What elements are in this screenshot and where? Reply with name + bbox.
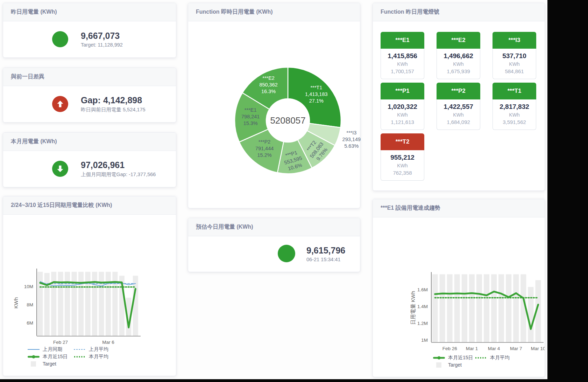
status-tile-p1: ***P11,020,322KWh1,121,613 <box>381 83 424 130</box>
y-tick: 1M <box>421 338 428 343</box>
target-bar <box>85 272 91 336</box>
x-tick: Mar 7 <box>510 346 522 351</box>
tile-unit: KWh <box>381 112 424 118</box>
tile-name: ***I3 <box>493 32 536 49</box>
tile-target-value: 1,675,939 <box>437 68 480 74</box>
x-tick: Mar 10 <box>531 346 545 351</box>
legend-item-[interactable]: 上月平均 <box>74 346 120 353</box>
card-day-gap: 與前一日差異 Gap: 4,142,898 昨日與前日用電量 5,524,175 <box>3 68 176 123</box>
tile-value: 1,496,662 <box>437 52 480 60</box>
donut-chart-canvas[interactable]: ***T11,413,18327.1%***I3293,1495.63%***T… <box>188 21 360 208</box>
tile-target-value: 1,700,157 <box>381 68 424 74</box>
compare-chart-canvas[interactable]: 6M8M10MFeb 27Mar 6KWh <box>3 215 176 348</box>
target-bar <box>447 274 453 342</box>
legend-label: 本月近15日 <box>43 354 68 360</box>
legend-item-target[interactable]: Target <box>28 361 74 367</box>
legend-swatch <box>74 354 86 360</box>
tile-target-value: 1,684,092 <box>437 119 480 125</box>
svg-text:***T1: ***T1 <box>310 85 322 90</box>
legend-label: 本月平均 <box>490 355 510 361</box>
x-tick: Mar 6 <box>102 340 114 345</box>
legend-label: 上月同期 <box>43 346 62 353</box>
donut-body: ***T11,413,18327.1%***I3293,1495.63%***T… <box>188 21 360 208</box>
legend-item-[interactable]: 本月平均 <box>475 355 517 361</box>
target-bar <box>454 274 460 342</box>
legend-swatch <box>475 355 487 361</box>
compare-chart-body: 6M8M10MFeb 27Mar 6KWh 上月同期上月平均本月近15日本月平均… <box>3 215 176 348</box>
target-bar <box>58 272 63 336</box>
tile-unit: KWh <box>437 112 480 118</box>
tile-unit: KWh <box>493 61 536 67</box>
kpi-value: 9,615,796 <box>306 245 345 256</box>
tile-value: 955,212 <box>381 154 424 161</box>
tile-name: ***P1 <box>381 83 424 99</box>
tile-unit: KWh <box>437 61 480 67</box>
card-yesterday-usage: 昨日用電量 (KWh) 9,667,073 Target: 11,128,992 <box>3 3 176 58</box>
target-bar <box>44 273 50 336</box>
x-tick: Mar 4 <box>488 346 500 351</box>
tile-name: ***P2 <box>437 83 480 99</box>
tile-name: ***E2 <box>437 32 480 49</box>
card-status-lights: Function 昨日用電燈號 ***E11,415,856KWh1,700,1… <box>373 3 545 191</box>
x-tick: Feb 26 <box>442 346 457 351</box>
legend-item-[interactable]: 本月平均 <box>74 354 120 360</box>
kpi-row: Gap: 4,142,898 昨日與前日用電量 5,524,175 <box>3 86 176 121</box>
svg-text:15.3%: 15.3% <box>243 120 258 126</box>
card-title: 與前一日差異 <box>3 68 176 86</box>
svg-text:15.2%: 15.2% <box>257 152 272 158</box>
donut-center-total: 5208057 <box>270 115 305 126</box>
trend-chart-legend: 本月近15日本月平均Target <box>433 355 517 369</box>
svg-text:5.63%: 5.63% <box>344 143 359 149</box>
svg-text:***I3: ***I3 <box>346 130 356 136</box>
svg-text:***E1: ***E1 <box>245 107 257 113</box>
status-tile-e1: ***E11,415,856KWh1,700,157 <box>381 32 424 79</box>
target-bar <box>432 274 438 342</box>
y-axis-label: KWh <box>13 297 19 309</box>
donut-label-i3: ***I3293,1495.63% <box>342 130 361 149</box>
legend-swatch <box>74 347 86 352</box>
trend-chart-canvas[interactable]: 1M1.2M1.4M1.6MFeb 26Mar 1Mar 4Mar 7Mar 1… <box>373 217 545 356</box>
status-dot-green <box>278 245 295 262</box>
tile-target-value: 762,358 <box>381 170 424 176</box>
legend-label: 本月平均 <box>89 354 108 360</box>
card-month-usage: 本月用電量 (KWh) 97,026,961 上個月同期用電Gap: -17,3… <box>3 132 176 187</box>
tile-body: 1,496,662KWh1,675,939 <box>437 49 480 79</box>
tile-unit: KWh <box>381 61 424 67</box>
tile-value: 1,415,856 <box>381 52 424 60</box>
y-tick: 10M <box>24 284 33 289</box>
kpi-row: 9,615,796 06-21 15:34:41 <box>188 236 360 271</box>
tile-target-value: 3,591,562 <box>493 119 536 125</box>
svg-text:***P2: ***P2 <box>258 139 271 145</box>
legend-label: 本月近15日 <box>448 355 473 361</box>
status-tile-t1: ***T12,817,832KWh3,591,562 <box>493 83 536 130</box>
target-bar <box>506 274 511 342</box>
legend-item-target[interactable]: Target <box>433 362 475 368</box>
kpi-subtitle: 上個月同期用電Gap: -17,377,566 <box>81 171 156 178</box>
card-compare-chart: 2/24~3/10 近15日同期用電量比較 (KWh) 6M8M10MFeb 2… <box>3 196 176 376</box>
legend-item-[interactable]: 上月同期 <box>28 346 74 353</box>
legend-label: Target <box>448 362 462 368</box>
legend-item-15[interactable]: 本月近15日 <box>28 354 74 360</box>
x-tick: Feb 27 <box>53 340 68 345</box>
svg-text:293,149: 293,149 <box>342 137 361 142</box>
target-bar <box>469 274 475 342</box>
target-bar <box>72 272 77 336</box>
tile-body: 1,422,557KWh1,684,092 <box>437 99 480 130</box>
kpi-subtitle: Target: 11,128,992 <box>81 42 123 48</box>
status-tile-e2: ***E21,496,662KWh1,675,939 <box>437 32 480 79</box>
legend-swatch <box>28 347 40 352</box>
tile-body: 2,817,832KWh3,591,562 <box>493 99 536 130</box>
card-realtime-donut: Function 即時日用電量 (KWh) ***T11,413,18327.1… <box>188 3 360 208</box>
target-bar <box>498 274 504 342</box>
trend-chart-body: 1M1.2M1.4M1.6MFeb 26Mar 1Mar 4Mar 7Mar 1… <box>373 217 545 356</box>
tile-name: ***T2 <box>381 133 424 150</box>
tile-unit: KWh <box>381 163 424 168</box>
target-bar <box>440 274 445 342</box>
legend-item-15[interactable]: 本月近15日 <box>433 355 475 361</box>
tile-body: 1,415,856KWh1,700,157 <box>381 49 424 79</box>
kpi-value: 97,026,961 <box>81 160 156 170</box>
tile-value: 1,020,322 <box>381 103 424 111</box>
legend-label: Target <box>43 361 56 367</box>
card-e1-trend: ***E1 設備用電達成趨勢 1M1.2M1.4M1.6MFeb 26Mar 1… <box>373 199 545 377</box>
legend-swatch <box>28 354 40 360</box>
